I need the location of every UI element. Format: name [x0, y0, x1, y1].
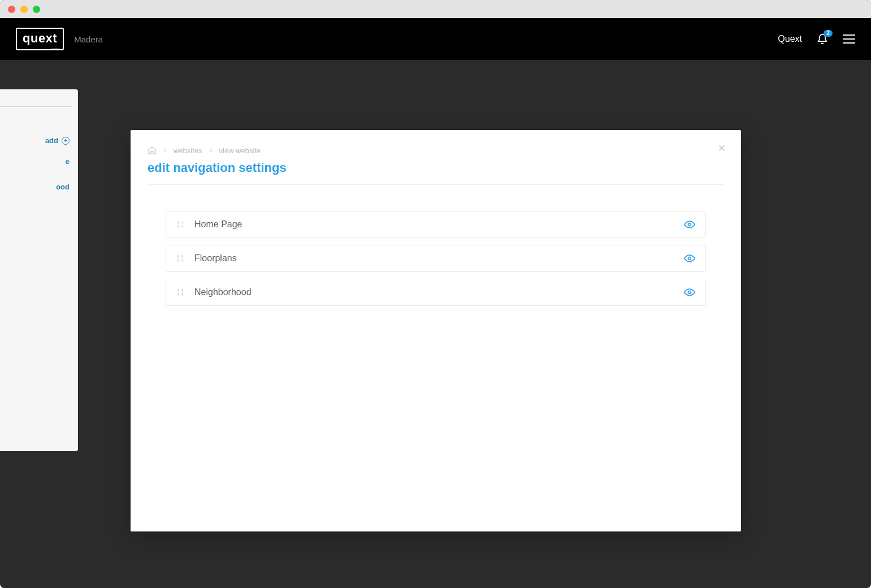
drag-handle-icon[interactable]: [176, 220, 184, 228]
home-icon[interactable]: [148, 146, 157, 155]
nav-item-list: Home Page Floorplans: [148, 211, 724, 306]
nav-item-row[interactable]: Home Page: [166, 211, 706, 238]
eye-icon: [684, 287, 695, 298]
nav-item-row[interactable]: Neighborhood: [166, 279, 706, 306]
breadcrumb-view-website[interactable]: view website: [219, 146, 261, 155]
svg-point-3: [688, 257, 691, 260]
app-window: quext Madera Quext 2 add +: [0, 0, 871, 588]
nav-item-label: Home Page: [194, 219, 684, 230]
nav-item-label: Floorplans: [194, 253, 684, 263]
eye-icon: [684, 219, 695, 230]
close-icon: [717, 144, 726, 153]
svg-point-2: [688, 223, 691, 226]
eye-icon: [684, 253, 695, 264]
visibility-toggle[interactable]: [684, 219, 695, 230]
drag-handle-icon[interactable]: [176, 288, 184, 296]
modal-overlay: websites view website edit navigation se…: [0, 0, 871, 588]
modal-title: edit navigation settings: [148, 161, 724, 185]
visibility-toggle[interactable]: [684, 287, 695, 298]
drag-handle-icon[interactable]: [176, 254, 184, 262]
svg-point-4: [688, 291, 691, 294]
breadcrumb: websites view website: [148, 146, 724, 155]
visibility-toggle[interactable]: [684, 253, 695, 264]
nav-item-label: Neighborhood: [194, 287, 684, 297]
chevron-right-icon: [208, 148, 214, 153]
edit-navigation-modal: websites view website edit navigation se…: [131, 130, 741, 531]
breadcrumb-websites[interactable]: websites: [174, 146, 202, 155]
nav-item-row[interactable]: Floorplans: [166, 245, 706, 272]
chevron-right-icon: [162, 148, 168, 153]
close-button[interactable]: [717, 144, 726, 153]
